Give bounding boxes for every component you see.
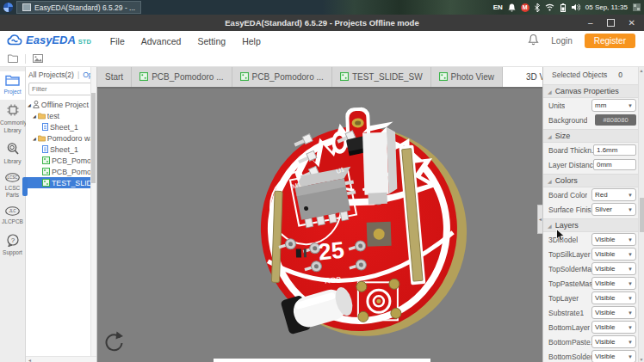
tab-pcb-pomodoro-1[interactable]: PCB_Pomodoro ... — [132, 67, 232, 87]
logo-std-badge: STD — [78, 38, 91, 46]
toolbar-divider — [25, 54, 26, 64]
layer-visibility-select[interactable]: Visible▼ — [591, 277, 636, 290]
taskbar-window-button[interactable]: EasyEDA(Standard) 6.5.29 - ... — [16, 1, 141, 14]
left-rail: Project Commonly Library Library LCSC LC… — [0, 67, 26, 362]
layer-visibility-select[interactable]: Visible▼ — [591, 233, 636, 246]
menu-help[interactable]: Help — [242, 36, 261, 46]
easyeda-logo[interactable]: EasyEDA STD — [7, 34, 91, 49]
gmail-icon[interactable]: M — [521, 3, 529, 12]
project-panel-vscrollbar[interactable] — [90, 67, 96, 356]
pcb-tab-icon — [340, 72, 349, 83]
collapse-triangle-icon: ◢ — [548, 223, 552, 229]
selected-objects-label: Selected Objects — [552, 71, 607, 79]
section-layers[interactable]: ◢ Layers — [543, 218, 638, 232]
board-thickness-input[interactable] — [593, 144, 636, 156]
pcb-icon — [42, 156, 50, 164]
surface-finish-select[interactable]: Silver ▼ — [591, 203, 636, 216]
tree-item-test-slide-sw[interactable]: TEST_SLIDE_SW — [26, 177, 96, 188]
workspace-icon[interactable] — [633, 3, 641, 11]
language-indicator[interactable]: EN — [493, 3, 503, 11]
tree-item-test[interactable]: ◢ test — [26, 110, 96, 121]
scroll-down-arrow-icon[interactable]: ▼ — [640, 357, 644, 362]
panel-collapse-handle[interactable] — [22, 177, 28, 196]
properties-panel-scrollbar[interactable]: ▲ ▼ — [638, 67, 644, 362]
property-row-board-color: Board Color Red ▼ — [543, 187, 638, 202]
export-image-icon[interactable] — [33, 51, 43, 66]
layer-visibility-select[interactable]: Visible▼ — [591, 306, 636, 319]
battery-icon[interactable] — [560, 3, 567, 12]
filter-input[interactable] — [28, 83, 92, 95]
layer-visibility-select[interactable]: Visible▼ — [591, 262, 636, 275]
collapse-triangle-icon: ◢ — [548, 89, 552, 95]
window-titlebar: EasyEDA(Standard) 6.5.29 - Projects Offl… — [0, 15, 644, 31]
logo-text: EasyEDA — [26, 34, 76, 46]
board-color-select[interactable]: Red ▼ — [591, 188, 636, 201]
tab-pcb-pomodoro-2[interactable]: PCB_Pomodoro ... — [232, 67, 332, 87]
property-row-units: Units mm ▼ — [543, 98, 638, 113]
rail-item-lcsc-parts[interactable]: LCSC LCSC Parts — [0, 169, 25, 203]
tree-item-sheet[interactable]: Sheet_1 — [26, 121, 96, 132]
chevron-down-icon: ▼ — [628, 296, 633, 301]
rail-item-jlcpcb[interactable]: JLC JLCPCB — [0, 203, 25, 230]
rotate-view-icon[interactable] — [103, 330, 124, 356]
maximize-button[interactable] — [607, 19, 615, 27]
tree-item-pomodoro-watch[interactable]: ◢ Pomodoro watch — [26, 132, 96, 144]
layer-visibility-select[interactable]: Visible▼ — [591, 335, 636, 348]
caret-icon[interactable]: ◢ — [33, 136, 36, 141]
layer-distance-input[interactable] — [593, 159, 636, 170]
tree-item-offline-project[interactable]: ◢ Offline Project — [26, 99, 96, 110]
layer-visibility-select[interactable]: Visible▼ — [591, 321, 636, 334]
layer-visibility-select[interactable]: Visible▼ — [591, 291, 636, 304]
clock[interactable]: 05 Sep, 11:35 — [585, 3, 628, 11]
menu-file[interactable]: File — [110, 36, 125, 46]
quick-toolbar — [0, 51, 644, 67]
units-select[interactable]: mm ▼ — [591, 99, 636, 112]
section-size[interactable]: ◢ Size — [543, 129, 638, 143]
chip-icon — [0, 103, 25, 119]
tree-item-pcb[interactable]: PCB_Pomodoro — [26, 166, 96, 177]
rail-item-support[interactable]: ? Support — [0, 230, 25, 261]
panel-collapse-arrow[interactable]: ◄ — [537, 205, 543, 234]
tab-start[interactable]: Start — [97, 67, 132, 87]
layer-visibility-select[interactable]: Visible▼ — [591, 248, 636, 261]
background-color-swatch[interactable]: #808080 — [595, 114, 636, 126]
close-button[interactable]: ✕ — [629, 19, 635, 28]
menu-setting[interactable]: Setting — [197, 36, 226, 46]
rail-item-project[interactable]: Project — [0, 71, 25, 100]
app-launcher-icon[interactable] — [3, 3, 13, 12]
bluetooth-icon[interactable] — [535, 3, 540, 12]
3d-viewport[interactable]: 25 M1 U1 RGB — [97, 87, 542, 362]
tab-test-slide-sw[interactable]: TEST_SLIDE_SW — [332, 67, 431, 87]
user-icon — [33, 101, 40, 108]
all-projects-label[interactable]: All Projects(2) — [28, 71, 74, 79]
section-canvas-properties[interactable]: ◢ Canvas Properties — [543, 84, 638, 98]
login-link[interactable]: Login — [551, 36, 572, 46]
project-tree: ◢ Offline Project ◢ test Sheet_1 ◢ Pomod… — [26, 99, 96, 188]
scroll-left-arrow-icon[interactable]: ◄ — [28, 358, 32, 362]
tree-item-sheet[interactable]: Sheet_1 — [26, 144, 96, 155]
chevron-down-icon: ▼ — [628, 354, 633, 359]
chevron-down-icon: ▼ — [628, 103, 633, 108]
tab-photo-view[interactable]: Photo View — [431, 67, 503, 87]
layer-visibility-select[interactable]: Visible▼ — [591, 350, 636, 362]
scroll-up-arrow-icon[interactable]: ▲ — [640, 68, 644, 73]
window-icon — [22, 3, 31, 11]
notification-bell-icon[interactable] — [508, 3, 516, 12]
volume-icon[interactable] — [572, 3, 580, 11]
wifi-icon[interactable] — [545, 3, 554, 11]
menu-advanced[interactable]: Advanced — [141, 36, 182, 46]
pcb-3d-model[interactable]: 25 M1 U1 RGB — [97, 89, 542, 362]
chevron-down-icon: ▼ — [628, 267, 633, 272]
register-button[interactable]: Register — [585, 34, 635, 48]
rail-item-library[interactable]: Library — [0, 138, 25, 169]
minimize-button[interactable]: – — [588, 19, 593, 28]
project-panel-hscrollbar[interactable]: ◄ — [26, 356, 96, 362]
caret-icon[interactable]: ◢ — [28, 102, 31, 107]
section-colors[interactable]: ◢ Colors — [543, 174, 638, 187]
rail-item-commonly-library[interactable]: Commonly Library — [0, 100, 25, 138]
tree-item-pcb[interactable]: PCB_Pomodoro — [26, 155, 96, 166]
caret-icon[interactable]: ◢ — [33, 114, 36, 119]
pcb-icon — [42, 168, 50, 175]
open-folder-icon[interactable] — [8, 51, 18, 66]
notifications-bell-icon[interactable] — [528, 34, 539, 49]
